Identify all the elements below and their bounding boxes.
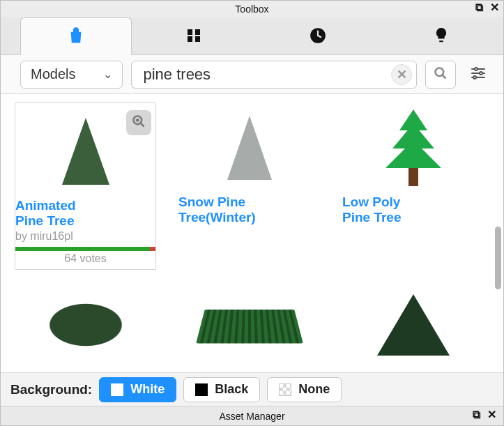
background-black-button[interactable]: Black <box>183 377 260 402</box>
x-circle-icon: ✕ <box>397 67 407 82</box>
pine-tree-icon <box>62 118 109 185</box>
asset-card[interactable]: Pine Tree Mesh <box>342 280 484 372</box>
background-option-label: None <box>298 382 330 397</box>
tab-recent[interactable] <box>256 17 380 54</box>
asset-card[interactable]: Snow Pine Tree(Winter) <box>178 102 320 270</box>
white-swatch-icon <box>111 383 123 396</box>
panel-title: Asset Manager <box>219 411 284 422</box>
pine-tree-icon <box>44 301 128 349</box>
close-icon[interactable]: ✕ <box>487 409 496 420</box>
clock-icon <box>309 26 327 45</box>
search-input[interactable] <box>142 62 391 87</box>
svg-point-5 <box>436 68 444 76</box>
search-toolbar: Models ⌄ ✕ <box>1 55 503 94</box>
background-option-label: White <box>130 382 165 397</box>
background-none-button[interactable]: None <box>267 377 342 402</box>
sliders-icon <box>470 65 487 84</box>
pine-tree-icon <box>227 116 272 180</box>
asset-card[interactable]: Animated Pine Tree by miru16pl 64 votes <box>15 102 156 270</box>
vote-ratio-bar <box>15 247 155 251</box>
asset-thumbnail <box>342 280 484 370</box>
tab-creations[interactable] <box>379 17 503 54</box>
svg-rect-3 <box>195 36 200 42</box>
category-dropdown-label: Models <box>31 66 75 82</box>
svg-point-8 <box>475 68 478 70</box>
toolbox-panel: Toolbox ⧉ ✕ Mod <box>0 0 504 426</box>
undock-icon[interactable]: ⧉ <box>475 2 483 13</box>
background-option-label: Black <box>215 382 248 397</box>
tab-inventory[interactable] <box>132 17 256 54</box>
asset-title: Pine Tree (with... <box>15 372 156 372</box>
results-grid[interactable]: Animated Pine Tree by miru16pl 64 votes … <box>1 94 503 372</box>
checker-swatch-icon <box>279 383 291 396</box>
filter-button[interactable] <box>464 61 492 89</box>
search-icon <box>434 66 448 83</box>
asset-votes: 64 votes <box>15 252 155 265</box>
asset-author: by miru16pl <box>15 230 155 243</box>
close-icon[interactable]: ✕ <box>490 2 499 13</box>
svg-point-10 <box>480 72 482 75</box>
chevron-down-icon: ⌄ <box>103 68 112 81</box>
svg-point-12 <box>473 76 476 79</box>
background-white-button[interactable]: White <box>99 377 176 402</box>
tab-marketplace[interactable] <box>20 17 132 55</box>
zoom-in-icon <box>132 114 146 131</box>
asset-title: Pine Tree forest <box>178 372 320 372</box>
asset-manager-titlebar: Asset Manager ⧉ ✕ <box>1 406 503 425</box>
asset-card[interactable]: Low Poly Pine Tree <box>342 102 484 270</box>
pine-tree-icon <box>385 109 441 186</box>
results-area: Animated Pine Tree by miru16pl 64 votes … <box>1 94 503 372</box>
panel-title: Toolbox <box>235 3 268 15</box>
shopping-bag-icon <box>67 27 85 45</box>
search-button[interactable] <box>425 61 456 89</box>
asset-thumbnail <box>178 280 320 370</box>
asset-thumbnail <box>15 280 156 370</box>
category-dropdown[interactable]: Models ⌄ <box>20 61 123 89</box>
clear-search-button[interactable]: ✕ <box>391 64 412 85</box>
asset-title: Snow Pine Tree(Winter) <box>178 195 320 225</box>
asset-card[interactable]: Pine Tree forest <box>178 280 320 372</box>
asset-thumbnail <box>342 102 484 193</box>
zoom-button[interactable] <box>126 110 151 135</box>
asset-card[interactable]: Pine Tree (with... <box>15 280 156 372</box>
asset-title: Animated Pine Tree <box>15 198 155 229</box>
lightbulb-icon <box>434 26 449 45</box>
asset-thumbnail <box>15 106 155 197</box>
svg-rect-2 <box>188 36 192 42</box>
tab-strip <box>1 17 503 55</box>
undock-icon[interactable]: ⧉ <box>473 409 480 420</box>
asset-title: Low Poly Pine Tree <box>342 195 484 225</box>
svg-rect-1 <box>195 29 200 35</box>
black-swatch-icon <box>195 383 208 396</box>
asset-title: Pine Tree Mesh <box>342 372 484 372</box>
svg-line-16 <box>141 123 144 127</box>
asset-thumbnail <box>178 102 320 193</box>
toolbox-titlebar: Toolbox ⧉ ✕ <box>1 1 503 17</box>
pine-tree-icon <box>377 294 450 356</box>
svg-line-6 <box>443 75 446 78</box>
background-label: Background: <box>10 382 92 397</box>
pine-forest-icon <box>196 310 303 344</box>
search-field-wrap: ✕ <box>131 61 417 89</box>
svg-rect-0 <box>188 29 192 35</box>
background-row: Background: White Black None <box>1 372 503 406</box>
scrollbar-thumb[interactable] <box>495 227 501 289</box>
grid-icon <box>185 27 202 44</box>
